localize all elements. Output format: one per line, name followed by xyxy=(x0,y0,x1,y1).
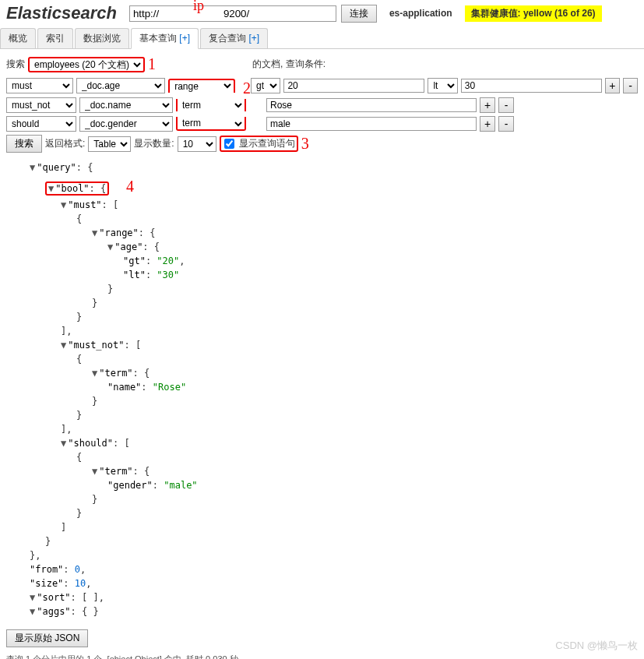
annotation-2: 2 xyxy=(243,79,251,97)
query-stats: 查询 1 个分片中用的 1 个. [object Object] 命中. 耗时 … xyxy=(6,654,638,659)
field-select-1[interactable]: _doc.name xyxy=(79,97,173,113)
format-select[interactable]: Table xyxy=(88,136,131,152)
tab-plus-icon[interactable]: [+] xyxy=(248,33,259,44)
tab-plus-icon[interactable]: [+] xyxy=(179,33,190,44)
op-select-0[interactable]: range xyxy=(168,79,235,93)
bool-select-0[interactable]: must xyxy=(6,78,73,93)
remove-row-button[interactable]: - xyxy=(498,97,514,113)
url-port-input[interactable] xyxy=(220,5,336,22)
toggle-icon[interactable]: ▼ xyxy=(48,183,54,194)
logo: Elasticsearch xyxy=(6,3,117,23)
tab-browse[interactable]: 数据浏览 xyxy=(75,28,129,48)
raw-json-button[interactable]: 显示原始 JSON xyxy=(6,629,88,647)
value-input-0b[interactable] xyxy=(461,79,602,93)
toggle-icon[interactable]: ▼ xyxy=(107,241,113,252)
toggle-icon[interactable]: ▼ xyxy=(30,592,35,603)
show-query-label: 显示查询语句 xyxy=(239,137,295,150)
search-button[interactable]: 搜索 xyxy=(6,135,42,153)
op-select-2[interactable]: term xyxy=(176,117,246,131)
param-select-0a[interactable]: gt xyxy=(251,78,280,93)
toggle-icon[interactable]: ▼ xyxy=(92,466,97,477)
value-input-0a[interactable] xyxy=(283,79,424,93)
tab-compound-query[interactable]: 复合查询 [+] xyxy=(200,28,268,48)
header-bar: Elasticsearch ip 连接 es-application 集群健康值… xyxy=(0,0,644,26)
toggle-icon[interactable]: ▼ xyxy=(30,606,35,617)
param-select-0b[interactable]: lt xyxy=(428,78,457,93)
remove-row-button[interactable]: - xyxy=(623,78,638,93)
add-row-button[interactable]: + xyxy=(605,78,620,93)
index-select[interactable]: employees (20 个文档) xyxy=(28,57,145,72)
bool-select-1[interactable]: must_not xyxy=(6,97,76,113)
ip-annotation: ip xyxy=(193,0,204,14)
show-query-checkbox[interactable] xyxy=(224,139,234,149)
toggle-icon[interactable]: ▼ xyxy=(61,438,66,449)
annotation-1: 1 xyxy=(148,55,156,73)
connect-button[interactable]: 连接 xyxy=(341,5,377,23)
annotation-3: 3 xyxy=(301,135,309,153)
field-select-2[interactable]: _doc.gender xyxy=(79,116,173,132)
format-label: 返回格式: xyxy=(45,137,85,150)
search-label: 搜索 xyxy=(6,58,25,71)
docs-label: 的文档, 查询条件: xyxy=(252,58,326,71)
remove-row-button[interactable]: - xyxy=(498,116,514,132)
bool-select-2[interactable]: should xyxy=(6,116,76,132)
toggle-icon[interactable]: ▼ xyxy=(92,227,97,238)
url-prefix-input[interactable] xyxy=(129,5,167,22)
tab-overview[interactable]: 概览 xyxy=(0,28,36,48)
value-input-2[interactable] xyxy=(266,117,477,131)
add-row-button[interactable]: + xyxy=(480,97,495,113)
toggle-icon[interactable]: ▼ xyxy=(92,368,97,379)
toggle-icon[interactable]: ▼ xyxy=(61,199,66,210)
tab-bar: 概览 索引 数据浏览 基本查询 [+] 复合查询 [+] xyxy=(0,28,644,49)
annotation-4: 4 xyxy=(126,178,134,195)
watermark: CSDN @懒鸟一枚 xyxy=(555,639,638,653)
op-select-1[interactable]: term xyxy=(176,99,246,111)
app-name: es-application xyxy=(389,8,452,19)
count-label: 显示数量: xyxy=(134,137,174,150)
toggle-icon[interactable]: ▼ xyxy=(61,340,66,351)
value-input-1[interactable] xyxy=(266,98,477,112)
tab-indices[interactable]: 索引 xyxy=(37,28,73,48)
json-tree: ▼"query": { ▼"bool": { 4 ▼"must": [ { ▼"… xyxy=(30,160,638,618)
field-select-0[interactable]: _doc.age xyxy=(76,78,165,93)
toggle-icon[interactable]: ▼ xyxy=(30,162,35,173)
cluster-health: 集群健康值: yellow (16 of 26) xyxy=(465,5,602,22)
count-select[interactable]: 10 xyxy=(178,136,216,152)
add-row-button[interactable]: + xyxy=(480,116,495,132)
tab-basic-query[interactable]: 基本查询 [+] xyxy=(131,28,199,49)
